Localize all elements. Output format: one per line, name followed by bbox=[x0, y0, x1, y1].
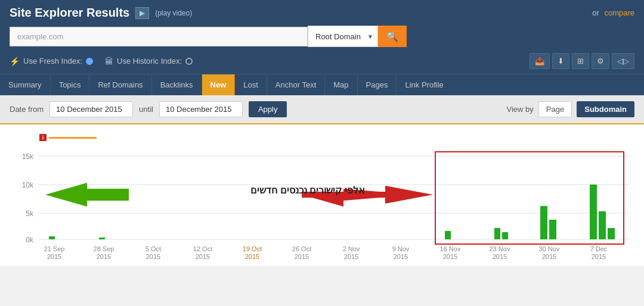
date-until-input[interactable] bbox=[159, 101, 243, 117]
toolbar-icons: 📤 ⬇ ⊞ ⚙ ◁▷ bbox=[530, 53, 634, 69]
date-from-label: Date from bbox=[10, 105, 44, 114]
tab-map[interactable]: Map bbox=[325, 74, 357, 95]
svg-text:23 Nov: 23 Nov bbox=[490, 245, 510, 252]
until-label: until bbox=[139, 105, 153, 114]
svg-text:30 Nov: 30 Nov bbox=[539, 245, 560, 252]
svg-text:2015: 2015 bbox=[443, 253, 457, 260]
view-by-section: View by Page Subdomain bbox=[507, 101, 634, 117]
svg-text:0k: 0k bbox=[26, 236, 34, 244]
svg-text:2015: 2015 bbox=[245, 253, 259, 260]
historic-index-label: Use Historic Index: bbox=[117, 57, 182, 65]
svg-text:2015: 2015 bbox=[493, 253, 507, 260]
play-video-icon-box: ▶ bbox=[135, 7, 149, 19]
apply-button[interactable]: Apply bbox=[249, 101, 287, 117]
export-icon[interactable]: 📤 bbox=[530, 53, 550, 69]
svg-text:28 Sep: 28 Sep bbox=[94, 245, 114, 252]
svg-text:אלפי קישורים נכנסים חדשים: אלפי קישורים נכנסים חדשים bbox=[250, 185, 364, 195]
svg-rect-33 bbox=[99, 238, 105, 239]
svg-marker-43 bbox=[45, 183, 129, 207]
historic-index-option: 🏛 Use Historic Index: bbox=[105, 57, 193, 66]
tab-backlinks[interactable]: Backlinks bbox=[152, 74, 202, 95]
tab-lost[interactable]: Lost bbox=[235, 74, 267, 95]
fresh-index-option: ⚡ Use Fresh Index: bbox=[10, 57, 93, 66]
svg-text:21 Sep: 21 Sep bbox=[44, 245, 65, 252]
view-subdomain-button[interactable]: Subdomain bbox=[577, 101, 634, 117]
svg-text:5k: 5k bbox=[26, 210, 34, 218]
tab-new[interactable]: New bbox=[202, 74, 236, 95]
tab-summary[interactable]: Summary bbox=[0, 74, 51, 95]
settings-icon[interactable]: ⚙ bbox=[592, 53, 609, 69]
search-row: Root Domain Subdomain Exact URL Prefix ▼… bbox=[10, 26, 634, 47]
header-left: Site Explorer Results ▶ (play video) bbox=[10, 6, 192, 20]
svg-text:2015: 2015 bbox=[97, 253, 111, 260]
svg-text:2015: 2015 bbox=[47, 253, 61, 260]
svg-text:10k: 10k bbox=[22, 181, 34, 189]
chart-area: i 15k 10k 5k 0k 21 Sep 2015 28 Sep 2015 … bbox=[0, 124, 644, 266]
svg-text:2015: 2015 bbox=[196, 253, 210, 260]
svg-rect-35 bbox=[494, 228, 500, 239]
filter-bar: Date from until Apply View by Page Subdo… bbox=[0, 95, 644, 124]
view-by-label: View by bbox=[507, 105, 534, 114]
chart-container: 15k 10k 5k 0k 21 Sep 2015 28 Sep 2015 5 … bbox=[10, 147, 634, 260]
search-input[interactable] bbox=[10, 27, 308, 46]
play-video-label[interactable]: (play video) bbox=[155, 9, 192, 17]
svg-text:5 Oct: 5 Oct bbox=[145, 245, 161, 252]
lightning-icon: ⚡ bbox=[10, 57, 20, 66]
tab-pages[interactable]: Pages bbox=[358, 74, 397, 95]
nav-tabs-bar: Summary Topics Ref Domains Backlinks New… bbox=[0, 74, 644, 95]
svg-text:16 Nov: 16 Nov bbox=[440, 245, 461, 252]
svg-text:2015: 2015 bbox=[146, 253, 160, 260]
domain-select-wrapper: Root Domain Subdomain Exact URL Prefix ▼ bbox=[308, 26, 378, 47]
svg-text:9 Nov: 9 Nov bbox=[392, 245, 410, 252]
tab-anchor-text[interactable]: Anchor Text bbox=[267, 74, 325, 95]
or-label: or bbox=[592, 8, 599, 17]
svg-text:2015: 2015 bbox=[592, 253, 606, 260]
domain-type-select[interactable]: Root Domain Subdomain Exact URL Prefix bbox=[308, 26, 378, 47]
svg-rect-39 bbox=[590, 185, 597, 239]
index-options: ⚡ Use Fresh Index: 🏛 Use Historic Index: bbox=[10, 57, 193, 66]
svg-text:26 Oct: 26 Oct bbox=[292, 245, 311, 252]
svg-text:2015: 2015 bbox=[295, 253, 309, 260]
svg-rect-34 bbox=[445, 231, 451, 239]
svg-rect-32 bbox=[49, 236, 55, 239]
header-top-row: Site Explorer Results ▶ (play video) or … bbox=[10, 6, 634, 20]
date-from-input[interactable] bbox=[49, 101, 133, 117]
fresh-radio-icon[interactable] bbox=[86, 58, 93, 65]
svg-text:19 Oct: 19 Oct bbox=[243, 245, 262, 252]
svg-text:2015: 2015 bbox=[344, 253, 358, 260]
compare-section: or compare bbox=[592, 8, 634, 17]
search-button[interactable]: 🔍 bbox=[378, 26, 407, 47]
index-toolbar-row: ⚡ Use Fresh Index: 🏛 Use Historic Index:… bbox=[10, 53, 634, 74]
svg-rect-38 bbox=[549, 220, 556, 239]
svg-text:12 Oct: 12 Oct bbox=[193, 245, 212, 252]
svg-text:2015: 2015 bbox=[542, 253, 556, 260]
svg-text:15k: 15k bbox=[22, 152, 34, 161]
fresh-index-label: Use Fresh Index: bbox=[23, 57, 82, 65]
info-bar: i bbox=[39, 134, 634, 141]
view-page-button[interactable]: Page bbox=[538, 101, 572, 117]
header: Site Explorer Results ▶ (play video) or … bbox=[0, 0, 644, 74]
tab-ref-domains[interactable]: Ref Domains bbox=[89, 74, 151, 95]
share-icon[interactable]: ◁▷ bbox=[612, 53, 634, 69]
download-icon[interactable]: ⬇ bbox=[552, 53, 569, 69]
site-explorer-title: Site Explorer Results bbox=[10, 6, 129, 20]
svg-rect-36 bbox=[502, 232, 508, 239]
historic-radio-icon[interactable] bbox=[185, 58, 193, 65]
tab-link-profile[interactable]: Link Profile bbox=[397, 74, 451, 95]
svg-rect-37 bbox=[540, 206, 547, 239]
compare-link[interactable]: compare bbox=[604, 8, 634, 17]
grid-icon[interactable]: ⊞ bbox=[572, 53, 589, 69]
info-square-icon: i bbox=[39, 134, 47, 141]
tab-topics[interactable]: Topics bbox=[51, 74, 90, 95]
svg-rect-41 bbox=[608, 228, 615, 239]
info-line bbox=[49, 137, 97, 139]
building-icon: 🏛 bbox=[105, 57, 113, 66]
chart-svg: 15k 10k 5k 0k 21 Sep 2015 28 Sep 2015 5 … bbox=[10, 147, 630, 260]
svg-text:2 Nov: 2 Nov bbox=[343, 245, 360, 252]
svg-text:7 Dec: 7 Dec bbox=[590, 245, 608, 252]
svg-rect-40 bbox=[599, 211, 606, 239]
svg-text:2015: 2015 bbox=[394, 253, 408, 260]
